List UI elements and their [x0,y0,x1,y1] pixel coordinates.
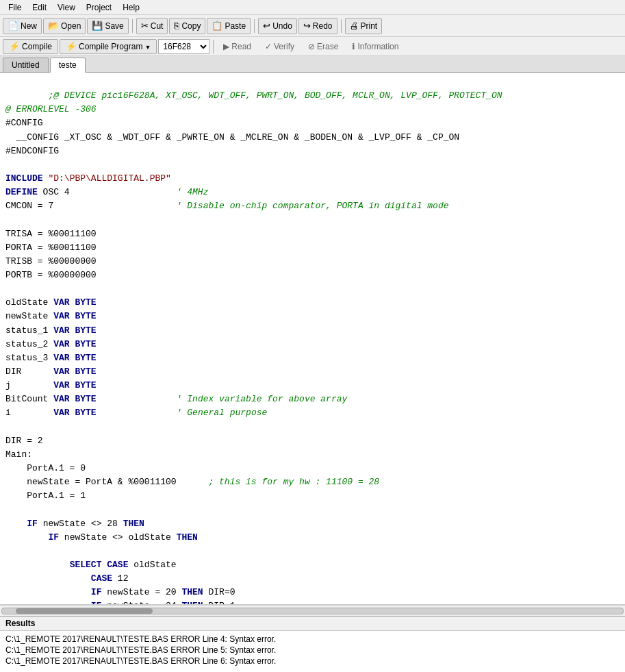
error-line-3: C:\1_REMOTE 2017\RENAULT\TESTE.BAS ERROR… [5,656,620,667]
code-content: ;@ DEVICE pic16F628A, XT_OSC, WDT_OFF, P… [5,75,620,605]
results-bar: Results [0,616,625,631]
device-select[interactable]: 16F628 16F84A 16F877A [158,39,209,54]
verify-icon: ✓ [265,42,272,51]
compile-program-group: Compile Program [60,39,157,54]
copy-icon [174,21,179,31]
toolbar: New Open Save Cut Copy Paste Undo [0,15,625,37]
compile-dropdown-arrow [144,42,151,51]
main-window: File Edit View Project Help New Open Sav… [0,0,625,672]
undo-button[interactable]: Undo [258,18,297,34]
save-icon [92,21,103,31]
sep-3 [341,19,342,33]
undo-icon [263,21,270,31]
menu-file[interactable]: File [3,1,27,14]
copy-label: Copy [181,21,201,31]
open-label: Open [61,21,81,31]
cut-icon [141,21,149,31]
sep-2 [254,19,255,33]
error-line-2: C:\1_REMOTE 2017\RENAULT\TESTE.BAS ERROR… [5,645,620,656]
open-button[interactable]: Open [43,18,86,34]
save-label: Save [105,21,123,31]
open-icon [48,21,59,31]
new-label: New [21,21,37,31]
editor-area[interactable]: ;@ DEVICE pic16F628A, XT_OSC, WDT_OFF, P… [0,73,625,605]
erase-label: Erase [317,42,338,51]
compile-button[interactable]: Compile [3,39,58,54]
compile-program-button[interactable]: Compile Program [60,39,157,54]
menu-project[interactable]: Project [81,1,117,14]
read-label: Read [231,42,251,51]
sep-compile [213,40,214,53]
redo-icon [303,21,311,31]
compile-toolbar: Compile Compile Program 16F628 16F84A 16… [0,37,625,56]
menu-edit[interactable]: Edit [27,1,52,14]
compile-program-label: Compile Program [79,42,142,51]
new-icon [8,21,18,31]
results-label: Results [5,619,35,628]
print-icon [350,21,359,31]
verify-button[interactable]: ✓ Verify [259,39,301,54]
new-button[interactable]: New [3,18,42,34]
information-label: Information [357,42,398,51]
editor-scroll: ;@ DEVICE pic16F628A, XT_OSC, WDT_OFF, P… [0,73,625,616]
sep-1 [132,19,133,33]
redo-label: Redo [313,21,333,31]
tab-untitled[interactable]: Untitled [3,58,49,72]
paste-button[interactable]: Paste [207,18,251,34]
horizontal-scrollbar[interactable] [0,605,625,616]
error-area: C:\1_REMOTE 2017\RENAULT\TESTE.BAS ERROR… [0,631,625,672]
compile-icon [9,41,20,51]
tabs-bar: Untitled teste [0,56,625,73]
cut-button[interactable]: Cut [136,18,168,34]
read-button[interactable]: ▶ Read [217,39,257,54]
print-label: Print [361,21,378,31]
read-icon: ▶ [223,42,229,51]
undo-label: Undo [272,21,292,31]
tab-teste-label: teste [59,60,77,70]
cut-label: Cut [151,21,164,31]
paste-icon [212,21,222,31]
menu-view[interactable]: View [52,1,81,14]
print-button[interactable]: Print [345,18,383,34]
tab-teste[interactable]: teste [50,58,86,73]
menu-bar: File Edit View Project Help [0,0,625,15]
verify-label: Verify [274,42,294,51]
hscroll-thumb[interactable] [16,608,153,614]
paste-label: Paste [225,21,246,31]
compile-program-icon [66,41,77,51]
erase-icon: ⊘ [308,42,315,51]
compile-label: Compile [22,42,52,51]
redo-button[interactable]: Redo [298,18,337,34]
erase-button[interactable]: ⊘ Erase [302,39,344,54]
error-line-1: C:\1_REMOTE 2017\RENAULT\TESTE.BAS ERROR… [5,634,620,645]
information-button[interactable]: ℹ Information [346,39,405,54]
copy-button[interactable]: Copy [169,18,205,34]
menu-help[interactable]: Help [117,1,145,14]
save-button[interactable]: Save [87,18,128,34]
hscroll-track[interactable] [1,608,624,614]
info-icon: ℹ [352,42,355,51]
tab-untitled-label: Untitled [12,60,40,70]
